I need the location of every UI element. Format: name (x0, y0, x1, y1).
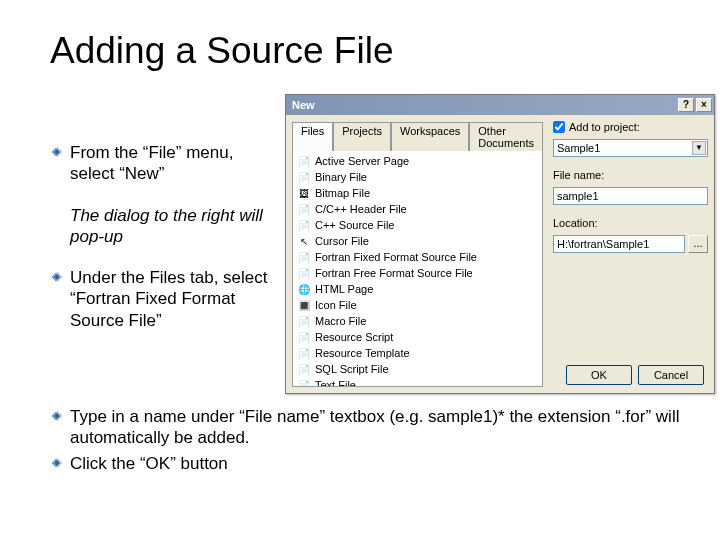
cancel-button[interactable]: Cancel (638, 365, 704, 385)
ok-button[interactable]: OK (566, 365, 632, 385)
list-item-label: Fortran Free Format Source File (315, 267, 473, 279)
file-type-list[interactable]: 📄Active Server Page 📄Binary File 🖼Bitmap… (292, 150, 543, 387)
file-name-value: sample1 (557, 190, 599, 202)
file-name-input[interactable]: sample1 (553, 187, 708, 205)
list-item[interactable]: 📄Fortran Fixed Format Source File (295, 249, 540, 265)
location-label: Location: (553, 217, 708, 229)
project-combo-value: Sample1 (557, 142, 600, 154)
bullet-item: From the “File” menu, select “New” (50, 142, 270, 185)
file-icon: 📄 (297, 170, 311, 184)
list-item[interactable]: 🌐HTML Page (295, 281, 540, 297)
bullet-text: Type in a name under “File name” textbox… (70, 406, 680, 449)
tab-projects[interactable]: Projects (333, 122, 391, 151)
bullet-text: Under the Files tab, select “Fortran Fix… (70, 267, 270, 331)
file-icon: 📄 (297, 362, 311, 376)
italic-note: The dialog to the right will pop-up (70, 205, 270, 248)
list-item[interactable]: 📄Text File (295, 377, 540, 387)
list-item[interactable]: 📄Fortran Free Format Source File (295, 265, 540, 281)
left-column: From the “File” menu, select “New” The d… (50, 94, 270, 394)
file-icon: 📄 (297, 346, 311, 360)
file-icon: 📄 (297, 330, 311, 344)
diamond-bullet-icon (50, 146, 62, 158)
file-icon: ↖ (297, 234, 311, 248)
diamond-bullet-icon (50, 457, 62, 469)
file-icon: 📄 (297, 154, 311, 168)
list-item-label: Resource Template (315, 347, 410, 359)
list-item-label: Fortran Fixed Format Source File (315, 251, 477, 263)
list-item-label: Bitmap File (315, 187, 370, 199)
list-item-label: Macro File (315, 315, 366, 327)
dialog-title: New (292, 99, 315, 111)
tab-workspaces[interactable]: Workspaces (391, 122, 469, 151)
tab-other-documents[interactable]: Other Documents (469, 122, 543, 151)
list-item[interactable]: 🔳Icon File (295, 297, 540, 313)
help-button[interactable]: ? (678, 98, 694, 112)
list-item[interactable]: ↖Cursor File (295, 233, 540, 249)
add-to-project-label: Add to project: (569, 121, 640, 133)
file-icon: 📄 (297, 202, 311, 216)
list-item[interactable]: 📄Resource Template (295, 345, 540, 361)
file-icon: 🔳 (297, 298, 311, 312)
browse-button[interactable]: ... (688, 235, 708, 253)
file-icon: 🖼 (297, 186, 311, 200)
file-icon: 📄 (297, 314, 311, 328)
file-icon: 📄 (297, 378, 311, 387)
bullet-item: Type in a name under “File name” textbox… (50, 406, 680, 449)
file-icon: 📄 (297, 250, 311, 264)
bullet-text: Click the “OK” button (70, 453, 228, 474)
add-to-project-input[interactable] (553, 121, 565, 133)
location-input[interactable]: H:\fortran\Sample1 (553, 235, 685, 253)
close-button[interactable]: × (696, 98, 712, 112)
list-item[interactable]: 📄Macro File (295, 313, 540, 329)
list-item-label: Text File (315, 379, 356, 387)
list-item[interactable]: 📄C/C++ Header File (295, 201, 540, 217)
file-icon: 🌐 (297, 282, 311, 296)
list-item[interactable]: 📄Resource Script (295, 329, 540, 345)
list-item-label: HTML Page (315, 283, 373, 295)
add-to-project-checkbox[interactable]: Add to project: (553, 121, 708, 133)
list-item-label: C++ Source File (315, 219, 394, 231)
tab-strip: Files Projects Workspaces Other Document… (292, 121, 543, 150)
dialog-titlebar[interactable]: New ? × (286, 95, 714, 115)
file-icon: 📄 (297, 218, 311, 232)
diamond-bullet-icon (50, 271, 62, 283)
list-item[interactable]: 📄C++ Source File (295, 217, 540, 233)
list-item[interactable]: 📄SQL Script File (295, 361, 540, 377)
diamond-bullet-icon (50, 410, 62, 422)
bullet-item: Under the Files tab, select “Fortran Fix… (50, 267, 270, 331)
list-item[interactable]: 🖼Bitmap File (295, 185, 540, 201)
list-item[interactable]: 📄Binary File (295, 169, 540, 185)
list-item-label: Binary File (315, 171, 367, 183)
list-item-label: Icon File (315, 299, 357, 311)
chevron-down-icon[interactable]: ▼ (692, 141, 706, 155)
tab-files[interactable]: Files (292, 122, 333, 151)
location-value: H:\fortran\Sample1 (557, 238, 649, 250)
project-combo[interactable]: Sample1 ▼ (553, 139, 708, 157)
slide-title: Adding a Source File (50, 30, 680, 72)
list-item-label: C/C++ Header File (315, 203, 407, 215)
new-dialog: New ? × Files Projects Workspaces Other … (285, 94, 715, 394)
list-item-label: Active Server Page (315, 155, 409, 167)
bullet-text: From the “File” menu, select “New” (70, 142, 270, 185)
bullet-item: Click the “OK” button (50, 453, 680, 474)
list-item-label: SQL Script File (315, 363, 389, 375)
file-name-label: File name: (553, 169, 708, 181)
file-icon: 📄 (297, 266, 311, 280)
list-item-label: Resource Script (315, 331, 393, 343)
bottom-bullets: Type in a name under “File name” textbox… (50, 406, 680, 474)
list-item-label: Cursor File (315, 235, 369, 247)
list-item[interactable]: 📄Active Server Page (295, 153, 540, 169)
